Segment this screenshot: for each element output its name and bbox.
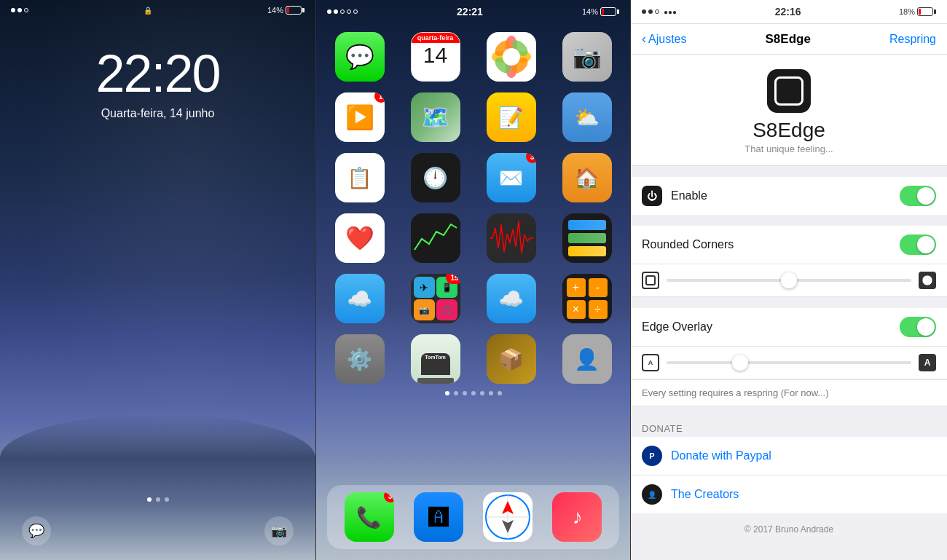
app-photos[interactable] bbox=[479, 32, 543, 82]
rounded-slider-thumb[interactable] bbox=[781, 272, 797, 288]
settings-signal: ●●● bbox=[642, 8, 677, 16]
edge-overlay-row[interactable]: Edge Overlay bbox=[631, 308, 947, 347]
enable-row[interactable]: ⏻ Enable bbox=[631, 177, 947, 215]
dock-music[interactable]: ♪ bbox=[552, 492, 602, 542]
app-settings[interactable]: ⚙️ bbox=[327, 334, 392, 384]
camera-icon: 📷 bbox=[562, 32, 612, 82]
app-cydia[interactable]: 📦 bbox=[479, 334, 543, 384]
whatsapp-icon[interactable]: 💬 bbox=[22, 516, 51, 545]
app-maps[interactable]: 🗺️ bbox=[403, 92, 468, 142]
app-logo bbox=[767, 69, 811, 113]
download-icon: ☁️ bbox=[335, 274, 385, 323]
s-dot-3 bbox=[655, 9, 659, 14]
settings-carrier: ●●● bbox=[664, 8, 677, 16]
app-voice[interactable] bbox=[479, 213, 543, 263]
mail-icon: ✉️ 3 bbox=[487, 153, 536, 202]
app-download[interactable]: ☁️ bbox=[327, 274, 392, 323]
enable-section: ⏻ Enable bbox=[631, 177, 947, 215]
app-calendar[interactable]: quarta-feira 14 bbox=[403, 32, 468, 82]
creators-icon: 👤 bbox=[642, 484, 662, 505]
app-tomtom[interactable]: TomTom bbox=[403, 334, 468, 384]
app-icloud[interactable]: ☁️ bbox=[479, 274, 543, 323]
app-health[interactable]: ❤️ bbox=[327, 213, 392, 263]
app-reminders[interactable]: 📋 bbox=[327, 153, 392, 202]
settings-battery-pct: 18% bbox=[899, 7, 915, 16]
settings-nav: ‹ Ajustes S8Edge Respring bbox=[631, 24, 947, 55]
home-status-bar: 22:21 14% bbox=[316, 0, 630, 17]
app-camera[interactable]: 📷 bbox=[554, 32, 619, 82]
app-notes[interactable]: 📝 bbox=[479, 92, 543, 142]
home-page-indicators bbox=[316, 391, 630, 395]
settings-time: 22:16 bbox=[775, 6, 801, 17]
paypal-label: Donate with Paypal bbox=[671, 449, 936, 462]
settings-app-header: S8Edge That unique feeling... bbox=[631, 55, 947, 166]
safari-icon bbox=[483, 492, 533, 542]
paypal-row[interactable]: P Donate with Paypal bbox=[631, 437, 947, 476]
rounded-corners-row[interactable]: Rounded Corners bbox=[631, 226, 947, 264]
h-dot-2 bbox=[334, 9, 338, 14]
app-messages[interactable]: 💬 bbox=[327, 32, 392, 82]
home-battery-area: 14% bbox=[582, 7, 619, 16]
dock: 📞 3 🅰 ♪ bbox=[327, 485, 619, 549]
telegram-badge: 15 bbox=[446, 274, 460, 284]
settings-battery-area: 18% bbox=[899, 7, 936, 16]
enable-label: Enable bbox=[671, 189, 900, 202]
page-ind-3 bbox=[463, 391, 467, 395]
page-dot-1 bbox=[147, 497, 152, 502]
edge-slider-track[interactable] bbox=[667, 361, 911, 364]
rounded-slider-track[interactable] bbox=[667, 279, 911, 282]
page-ind-7 bbox=[498, 391, 502, 395]
corner-radius-small-icon bbox=[642, 272, 659, 289]
home-signal bbox=[327, 9, 358, 14]
edge-slider-thumb[interactable] bbox=[732, 355, 748, 371]
rounded-corners-toggle[interactable] bbox=[900, 234, 936, 255]
app-logo-inner bbox=[774, 76, 803, 106]
tomtom-icon: TomTom bbox=[411, 334, 460, 384]
app-clock[interactable]: 🕛 bbox=[403, 153, 468, 202]
home-time: 22:21 bbox=[457, 6, 483, 17]
mail-badge: 3 bbox=[526, 153, 536, 163]
donate-section: DONATE P Donate with Paypal 👤 The Creato… bbox=[631, 417, 947, 513]
dock-safari[interactable] bbox=[483, 492, 533, 542]
app-grid: 💬 quarta-feira 14 bbox=[316, 21, 630, 384]
app-contacts[interactable]: 👤 bbox=[554, 334, 619, 384]
maps-icon: 🗺️ bbox=[411, 92, 460, 142]
nav-back-label: Ajustes bbox=[648, 33, 686, 46]
app-youtube[interactable]: ▶️ 1 bbox=[327, 92, 392, 142]
nav-title: S8Edge bbox=[766, 32, 811, 47]
notes-icon: 📝 bbox=[487, 92, 536, 142]
rounded-corners-section: Rounded Corners bbox=[631, 226, 947, 297]
app-stocks[interactable] bbox=[403, 213, 468, 263]
app-mail[interactable]: ✉️ 3 bbox=[479, 153, 543, 202]
respring-note: Every setting requires a respring (For n… bbox=[631, 379, 947, 406]
messages-icon: 💬 bbox=[335, 32, 385, 82]
app-home[interactable]: 🏠 bbox=[554, 153, 619, 202]
h-dot-5 bbox=[353, 9, 358, 14]
app-subtitle: That unique feeling... bbox=[744, 143, 833, 154]
svg-rect-10 bbox=[411, 213, 460, 263]
edge-overlay-toggle[interactable] bbox=[900, 317, 936, 337]
phone-icon: 📞 3 bbox=[345, 492, 394, 542]
weather-icon: ⛅ bbox=[562, 92, 612, 142]
app-title: S8Edge bbox=[753, 119, 825, 142]
nav-back-button[interactable]: ‹ Ajustes bbox=[642, 31, 686, 47]
app-weather[interactable]: ⛅ bbox=[554, 92, 619, 142]
dock-appstore[interactable]: 🅰 bbox=[414, 492, 463, 542]
rounded-corners-label: Rounded Corners bbox=[642, 238, 900, 251]
font-size-small-icon: A bbox=[642, 354, 659, 371]
s-dot-2 bbox=[648, 9, 653, 14]
telegram-icon: ✈ 📱 📸 🎵 15 bbox=[411, 274, 460, 323]
respring-button[interactable]: Respring bbox=[889, 33, 936, 46]
appstore-icon: 🅰 bbox=[414, 492, 463, 542]
creators-row[interactable]: 👤 The Creators bbox=[631, 476, 947, 513]
app-telegram[interactable]: ✈ 📱 📸 🎵 15 bbox=[403, 274, 468, 323]
home-screen: 22:21 14% 💬 quarta-feira 14 bbox=[315, 0, 631, 560]
app-calculator[interactable]: + - × ÷ bbox=[554, 274, 619, 323]
phone-badge: 3 bbox=[384, 492, 394, 502]
app-wallet[interactable] bbox=[554, 213, 619, 263]
dock-phone[interactable]: 📞 3 bbox=[345, 492, 394, 542]
enable-icon: ⏻ bbox=[642, 186, 662, 206]
cal-day: quarta-feira bbox=[412, 33, 460, 43]
camera-shortcut-icon[interactable]: 📷 bbox=[264, 516, 294, 545]
enable-toggle[interactable] bbox=[900, 186, 936, 206]
